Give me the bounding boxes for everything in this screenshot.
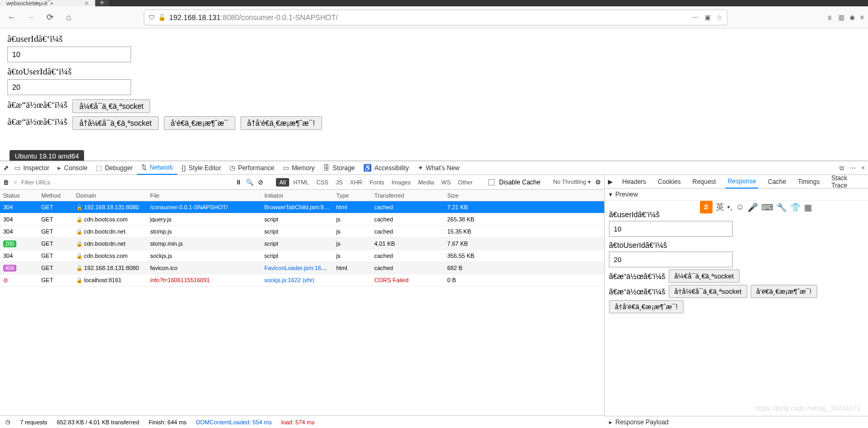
- filter-type-html[interactable]: HTML: [290, 178, 312, 187]
- settings-icon[interactable]: ⚙: [595, 179, 601, 186]
- col-transferred[interactable]: Transferred: [371, 192, 444, 199]
- search-icon[interactable]: 🔍: [246, 179, 254, 186]
- network-row[interactable]: ⊘GET🔒localhost:8161info?t=1606115516091s…: [0, 274, 604, 286]
- open-socket-again-button[interactable]: å†å¼€å¯ä¸€ä¸ªsocket: [72, 116, 159, 130]
- network-row[interactable]: 304GET🔒cdn.bootcss.comsockjs.jsscriptjsc…: [0, 250, 604, 262]
- prev-open-socket-2[interactable]: å†å¼€å¯ä¸€ä¸ªsocket: [669, 285, 747, 298]
- clear-icon[interactable]: 🗑: [3, 179, 10, 186]
- network-row[interactable]: 304GET🔓192.168.18.131:8080/consumer-0.0.…: [0, 201, 604, 213]
- col-file[interactable]: File: [147, 192, 261, 199]
- prev-send[interactable]: å‘é€ä¸€æ¡æ¶ˆæ¯!: [751, 285, 817, 298]
- pause-icon[interactable]: ⏸: [235, 179, 242, 186]
- reload-button[interactable]: ⟳: [42, 10, 57, 25]
- block-icon[interactable]: ⊘: [258, 179, 263, 186]
- account-icon[interactable]: ◉: [849, 14, 855, 21]
- prev-op1-label: ã€æ“ä½œã€‘ï¼š: [609, 272, 666, 281]
- col-size[interactable]: Size: [444, 192, 544, 199]
- filter-type-js[interactable]: JS: [333, 178, 346, 187]
- devtools-tab-debugger[interactable]: ⬚Debugger: [91, 161, 137, 175]
- send-msg-button[interactable]: å‘é€ä¸€æ¡æ¶ˆæ¯: [164, 116, 235, 130]
- col-domain[interactable]: Domain: [73, 192, 147, 199]
- op-label-2: ã€æ“ä½œã€‘ï¼š: [7, 117, 67, 127]
- col-initiator[interactable]: Initiator: [261, 192, 333, 199]
- devtools-tab-storage[interactable]: 🗄Storage: [319, 161, 359, 175]
- ime-tool-icon[interactable]: 🔧: [777, 202, 787, 212]
- network-row[interactable]: 304GET🔒cdn.bootcdn.netstomp.jsscriptjsca…: [0, 226, 604, 238]
- devtools-tab-what's-new[interactable]: ✦What's New: [413, 161, 464, 175]
- touserid-input[interactable]: [7, 79, 131, 95]
- detail-tab-stack-trace[interactable]: Stack Trace: [829, 175, 865, 189]
- filter-type-images[interactable]: Images: [389, 178, 414, 187]
- toggle-raw-icon[interactable]: ▶: [608, 178, 613, 185]
- prev-send-2[interactable]: å†å‘é€ä¸€æ¡æ¶ˆæ¯!: [609, 300, 684, 313]
- responsive-icon[interactable]: ⧉: [839, 164, 844, 172]
- send-msg-again-button[interactable]: å†å‘é€ä¸€æ¡æ¶ˆæ¯!: [241, 116, 322, 130]
- new-tab-button[interactable]: +: [95, 0, 109, 6]
- network-row[interactable]: 304GET🔒cdn.bootcss.comjquery.jsscriptjsc…: [0, 213, 604, 226]
- response-payload-header[interactable]: ▸ Response Payload: [605, 416, 868, 428]
- open-socket-button[interactable]: å¼€å¯ä¸€ä¸ªsocket: [72, 99, 150, 113]
- col-status[interactable]: Status: [0, 192, 38, 199]
- ime-grid-icon[interactable]: ▦: [804, 202, 812, 212]
- perf-icon[interactable]: ◷: [5, 418, 11, 425]
- home-button[interactable]: ⌂: [61, 10, 76, 25]
- browser-tab[interactable]: websocketæµ‹è¯• ×: [0, 0, 95, 6]
- disable-cache-checkbox[interactable]: [488, 179, 495, 185]
- filter-type-xhr[interactable]: XHR: [347, 178, 365, 187]
- devtools-tab-accessibility[interactable]: ♿Accessibility: [359, 161, 413, 175]
- dots-icon[interactable]: ⋯: [692, 14, 698, 21]
- devtools-tab-style-editor[interactable]: {}Style Editor: [177, 161, 225, 175]
- devtools-tab-network[interactable]: ⇅Network: [137, 161, 177, 175]
- tab-title: websocketæµ‹è¯•: [6, 0, 53, 6]
- reader-icon[interactable]: ▣: [705, 14, 710, 21]
- ime-mic-icon[interactable]: 🎤: [747, 202, 758, 212]
- network-row[interactable]: 200GET🔒cdn.bootcdn.netstomp.min.jsscript…: [0, 238, 604, 250]
- filter-type-ws[interactable]: WS: [438, 178, 454, 187]
- network-row[interactable]: 404GET🔓192.168.18.131:8080favicon.icoFav…: [0, 262, 604, 274]
- filter-icon[interactable]: ▿: [14, 179, 17, 186]
- filter-type-all[interactable]: All: [276, 178, 289, 187]
- ime-emoji-icon[interactable]: ☺: [736, 202, 744, 212]
- devtools-menu-icon[interactable]: ⋯: [849, 164, 856, 172]
- userid-input[interactable]: [7, 46, 131, 62]
- devtools-tab-performance[interactable]: ◷Performance: [225, 161, 279, 175]
- detail-tab-request[interactable]: Request: [690, 175, 718, 189]
- detail-tab-headers[interactable]: Headers: [620, 175, 648, 189]
- filter-input[interactable]: [21, 179, 95, 185]
- preview-header[interactable]: ▾ Preview: [605, 189, 868, 201]
- tab-icon: ⬚: [96, 164, 102, 172]
- menu-icon[interactable]: ≡: [860, 14, 864, 21]
- prev-userid-input[interactable]: [609, 221, 733, 237]
- prev-touserid-input[interactable]: [609, 252, 733, 267]
- filter-type-fonts[interactable]: Fonts: [366, 178, 387, 187]
- library-icon[interactable]: ⫼: [827, 14, 833, 21]
- ime-kbd-icon[interactable]: ⌨: [761, 202, 773, 212]
- detail-tab-cache[interactable]: Cache: [765, 175, 788, 189]
- detail-tab-response[interactable]: Response: [725, 175, 758, 189]
- detail-tab-cookies[interactable]: Cookies: [655, 175, 682, 189]
- back-button[interactable]: ←: [4, 10, 19, 25]
- ime-lang-icon[interactable]: 英: [716, 202, 724, 213]
- filter-type-other[interactable]: Other: [455, 178, 476, 187]
- prev-open-socket[interactable]: å¼€å¯ä¸€ä¸ªsocket: [669, 269, 740, 283]
- ime-punct-icon[interactable]: •,: [727, 202, 733, 212]
- star-icon[interactable]: ☆: [717, 14, 723, 21]
- url-bar[interactable]: 🛡 🔓 192.168.18.131:8080/consumer-0.0.1-S…: [144, 10, 727, 25]
- devtools-close-icon[interactable]: ×: [861, 164, 865, 172]
- filter-type-media[interactable]: Media: [415, 178, 437, 187]
- close-tab-icon[interactable]: ×: [85, 0, 89, 7]
- devtools-tab-console[interactable]: ▸Console: [53, 161, 91, 175]
- devtools-tab-memory[interactable]: ▭Memory: [279, 161, 319, 175]
- forward-button[interactable]: →: [23, 10, 38, 25]
- sogou-icon[interactable]: S: [700, 201, 713, 213]
- detail-tab-timings[interactable]: Timings: [796, 175, 822, 189]
- col-method[interactable]: Method: [38, 192, 73, 199]
- pick-element-icon[interactable]: ⬈: [3, 164, 9, 172]
- sidebar-icon[interactable]: ▥: [838, 14, 844, 21]
- filter-type-css[interactable]: CSS: [313, 178, 332, 187]
- col-type[interactable]: Type: [333, 192, 371, 199]
- throttle-select[interactable]: No Throttling ▾: [553, 179, 591, 185]
- devtools-tab-inspector[interactable]: ▭Inspector: [10, 161, 53, 175]
- op-label-1: ã€æ“ä½œã€‘ï¼š: [7, 100, 67, 110]
- ime-skin-icon[interactable]: 👕: [790, 202, 801, 212]
